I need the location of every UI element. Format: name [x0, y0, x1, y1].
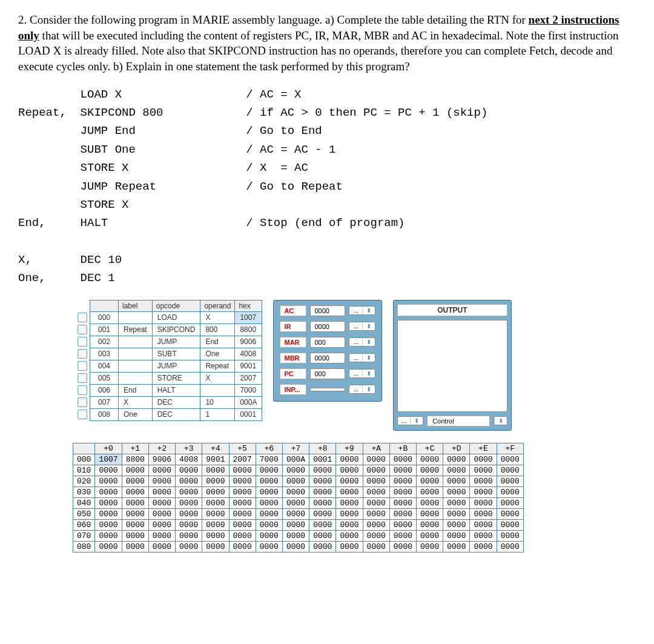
- memdump-cell[interactable]: 0000: [95, 486, 122, 497]
- memdump-cell[interactable]: 0000: [336, 508, 363, 519]
- memdump-cell[interactable]: 1007: [95, 454, 122, 465]
- memdump-cell[interactable]: 0000: [229, 497, 256, 508]
- memdump-cell[interactable]: 0000: [497, 541, 523, 552]
- breakpoint-checkbox[interactable]: [78, 385, 87, 395]
- memdump-cell[interactable]: 0000: [95, 465, 122, 476]
- memdump-cell[interactable]: 0000: [309, 519, 336, 530]
- memdump-cell[interactable]: 0000: [497, 519, 523, 530]
- memdump-cell[interactable]: 7000: [256, 454, 282, 465]
- memdump-cell[interactable]: 0000: [309, 508, 336, 519]
- memdump-cell[interactable]: 0000: [417, 519, 443, 530]
- memdump-cell[interactable]: 0000: [470, 476, 497, 486]
- listing-row[interactable]: 007XDEC10000A: [73, 396, 262, 408]
- memdump-cell[interactable]: 0000: [202, 497, 229, 508]
- memdump-cell[interactable]: 0000: [470, 454, 497, 465]
- memdump-cell[interactable]: 0000: [282, 465, 309, 476]
- memdump-cell[interactable]: 0000: [256, 476, 282, 486]
- memdump-cell[interactable]: 0000: [176, 530, 202, 541]
- memdump-cell[interactable]: 0000: [417, 465, 443, 476]
- memdump-cell[interactable]: 0000: [256, 465, 282, 476]
- memdump-cell[interactable]: 0000: [176, 476, 202, 486]
- memdump-cell[interactable]: 0000: [309, 541, 336, 552]
- memdump-cell[interactable]: 0000: [417, 476, 443, 486]
- memdump-cell[interactable]: 0000: [417, 454, 443, 465]
- breakpoint-checkbox[interactable]: [78, 337, 87, 347]
- memdump-cell[interactable]: 0000: [470, 465, 497, 476]
- memdump-cell[interactable]: 0001: [309, 454, 336, 465]
- memdump-cell[interactable]: 0000: [176, 465, 202, 476]
- memdump-cell[interactable]: 0000: [309, 476, 336, 486]
- memdump-cell[interactable]: 0000: [148, 541, 175, 552]
- memdump-cell[interactable]: 0000: [309, 486, 336, 497]
- memdump-cell[interactable]: 0000: [309, 497, 336, 508]
- memdump-cell[interactable]: 0000: [229, 530, 256, 541]
- memdump-cell[interactable]: 0000: [363, 486, 389, 497]
- memdump-cell[interactable]: 9001: [202, 454, 229, 465]
- output-mode-stepper[interactable]: ...⬍: [397, 416, 423, 425]
- memdump-cell[interactable]: 0000: [229, 508, 256, 519]
- memdump-cell[interactable]: 0000: [363, 497, 389, 508]
- memdump-cell[interactable]: 0000: [202, 486, 229, 497]
- memdump-cell[interactable]: 0000: [497, 476, 523, 486]
- memdump-cell[interactable]: 0000: [148, 486, 175, 497]
- memdump-cell[interactable]: 0000: [122, 486, 148, 497]
- breakpoint-checkbox[interactable]: [78, 410, 87, 419]
- memdump-cell[interactable]: 0000: [389, 519, 416, 530]
- memdump-cell[interactable]: 0000: [443, 497, 470, 508]
- memdump-cell[interactable]: 0000: [336, 476, 363, 486]
- memdump-cell[interactable]: 0000: [497, 530, 523, 541]
- memdump-cell[interactable]: 0000: [443, 519, 470, 530]
- memdump-cell[interactable]: 0000: [148, 508, 175, 519]
- memdump-cell[interactable]: 0000: [336, 541, 363, 552]
- listing-row[interactable]: 004JUMPRepeat9001: [73, 360, 262, 372]
- breakpoint-checkbox[interactable]: [78, 349, 87, 359]
- memdump-cell[interactable]: 0000: [256, 508, 282, 519]
- memdump-cell[interactable]: 0000: [256, 519, 282, 530]
- memdump-cell[interactable]: 0000: [470, 486, 497, 497]
- memdump-cell[interactable]: 0000: [443, 454, 470, 465]
- memdump-cell[interactable]: 0000: [363, 530, 389, 541]
- memdump-cell[interactable]: 0000: [256, 541, 282, 552]
- breakpoint-checkbox[interactable]: [78, 397, 87, 407]
- memdump-cell[interactable]: 0000: [122, 508, 148, 519]
- listing-row[interactable]: 001RepeatSKIPCOND8008800: [73, 324, 262, 336]
- memdump-cell[interactable]: 0000: [389, 454, 416, 465]
- memdump-cell[interactable]: 0000: [202, 508, 229, 519]
- memdump-cell[interactable]: 0000: [309, 530, 336, 541]
- memdump-cell[interactable]: 0000: [122, 519, 148, 530]
- memdump-cell[interactable]: 0000: [470, 541, 497, 552]
- memdump-cell[interactable]: 0000: [95, 519, 122, 530]
- reg-stepper-ir[interactable]: ...⬍: [349, 322, 375, 331]
- memdump-cell[interactable]: 0000: [309, 465, 336, 476]
- listing-row[interactable]: 002JUMPEnd9006: [73, 336, 262, 348]
- memdump-cell[interactable]: 0000: [336, 519, 363, 530]
- memdump-cell[interactable]: 0000: [417, 486, 443, 497]
- memdump-cell[interactable]: 0000: [202, 476, 229, 486]
- memdump-cell[interactable]: 0000: [363, 541, 389, 552]
- memdump-cell[interactable]: 0000: [229, 541, 256, 552]
- memdump-cell[interactable]: 0000: [95, 530, 122, 541]
- listing-row[interactable]: 008OneDEC10001: [73, 408, 262, 420]
- memdump-cell[interactable]: 0000: [282, 519, 309, 530]
- memdump-cell[interactable]: 0000: [176, 486, 202, 497]
- memdump-cell[interactable]: 0000: [417, 508, 443, 519]
- memdump-cell[interactable]: 0000: [282, 508, 309, 519]
- memdump-cell[interactable]: 0000: [282, 497, 309, 508]
- memdump-cell[interactable]: 0000: [443, 476, 470, 486]
- memdump-cell[interactable]: 0000: [148, 476, 175, 486]
- output-textarea[interactable]: [397, 320, 507, 412]
- output-control-stepper[interactable]: ⬍: [494, 416, 507, 425]
- memdump-cell[interactable]: 0000: [497, 465, 523, 476]
- reg-stepper-ac[interactable]: ...⬍: [349, 306, 375, 315]
- memdump-cell[interactable]: 0000: [497, 454, 523, 465]
- reg-stepper-mbr[interactable]: ...⬍: [349, 353, 375, 362]
- memdump-cell[interactable]: 000A: [282, 454, 309, 465]
- memdump-cell[interactable]: 2007: [229, 454, 256, 465]
- memdump-cell[interactable]: 0000: [122, 465, 148, 476]
- reg-stepper-mar[interactable]: ...⬍: [349, 337, 375, 347]
- memdump-cell[interactable]: 0000: [202, 530, 229, 541]
- memdump-cell[interactable]: 0000: [389, 541, 416, 552]
- memdump-cell[interactable]: 0000: [363, 476, 389, 486]
- memdump-cell[interactable]: 4008: [176, 454, 202, 465]
- memdump-cell[interactable]: 0000: [256, 530, 282, 541]
